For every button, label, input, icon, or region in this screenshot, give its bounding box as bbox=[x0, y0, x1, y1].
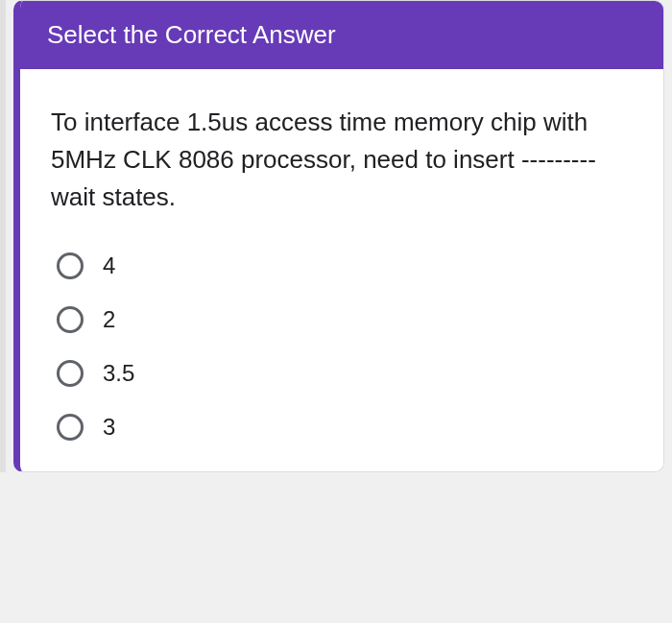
option-1[interactable]: 2 bbox=[57, 306, 633, 333]
question-card: Select the Correct Answer To interface 1… bbox=[13, 0, 664, 472]
option-label: 4 bbox=[103, 252, 115, 279]
question-text: To interface 1.5us access time memory ch… bbox=[51, 104, 633, 216]
option-label: 3.5 bbox=[103, 360, 134, 387]
option-label: 2 bbox=[103, 306, 115, 333]
option-2[interactable]: 3.5 bbox=[57, 360, 633, 387]
card-body: To interface 1.5us access time memory ch… bbox=[20, 69, 663, 471]
option-0[interactable]: 4 bbox=[57, 252, 633, 279]
options-group: 4 2 3.5 3 bbox=[51, 252, 633, 441]
radio-icon bbox=[57, 252, 84, 279]
header-title: Select the Correct Answer bbox=[47, 20, 336, 49]
radio-icon bbox=[57, 360, 84, 387]
option-label: 3 bbox=[103, 414, 115, 441]
radio-icon bbox=[57, 306, 84, 333]
radio-icon bbox=[57, 414, 84, 441]
card-header: Select the Correct Answer bbox=[20, 1, 663, 69]
option-3[interactable]: 3 bbox=[57, 414, 633, 441]
